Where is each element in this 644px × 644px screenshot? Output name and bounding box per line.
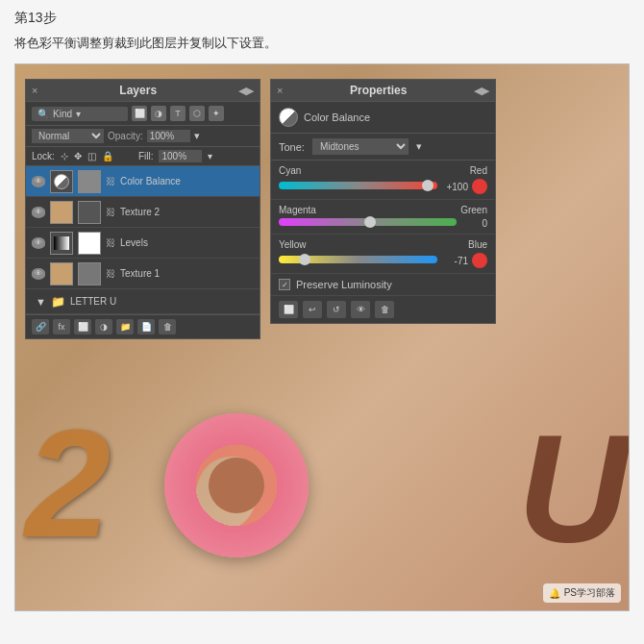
properties-bottom-toolbar: ⬜ ↩ ↺ 👁 🗑 bbox=[271, 296, 495, 323]
new-layer-button[interactable]: 📄 bbox=[137, 319, 155, 334]
cyan-red-thumb[interactable] bbox=[422, 180, 433, 191]
undo-button[interactable]: ↩ bbox=[303, 301, 322, 318]
layers-panel: × Layers ◀▶ 🔍 Kind ▾ ⬜ ◑ T ⬡ ✦ N bbox=[25, 79, 260, 339]
properties-arrows[interactable]: ◀▶ bbox=[474, 85, 489, 97]
layer-texture-1[interactable]: 👁 ⛓ Texture 1 bbox=[26, 259, 260, 289]
reset-button[interactable]: ↺ bbox=[327, 301, 346, 318]
link-layers-button[interactable]: 🔗 bbox=[32, 319, 49, 334]
preserve-luminosity-row: ✓ Preserve Luminosity bbox=[271, 274, 495, 296]
delete-prop-button[interactable]: 🗑 bbox=[375, 301, 394, 318]
cyan-red-slider-row: Cyan Red +100 bbox=[271, 161, 495, 200]
color-balance-section-title: Color Balance bbox=[304, 111, 370, 123]
tone-chevron: ▾ bbox=[416, 140, 422, 153]
color-balance-icon bbox=[279, 108, 298, 127]
layer-group-letter-u[interactable]: ▼ 📁 LETTER U bbox=[26, 289, 260, 314]
cyan-red-track[interactable] bbox=[279, 182, 437, 189]
lock-label: Lock: bbox=[32, 151, 55, 161]
new-adjustment-button[interactable]: ◑ bbox=[95, 319, 112, 334]
thumb-texture-1 bbox=[50, 262, 73, 285]
magenta-green-labels: Magenta Green bbox=[279, 205, 487, 215]
watermark-icon: 🔔 bbox=[549, 588, 560, 599]
visibility-icon-4[interactable]: 👁 bbox=[32, 268, 45, 280]
magenta-green-track[interactable] bbox=[279, 218, 457, 226]
yellow-blue-labels: Yellow Blue bbox=[279, 239, 487, 250]
chain-icon-2: ⛓ bbox=[106, 207, 115, 217]
new-group-button[interactable]: 📁 bbox=[116, 319, 134, 334]
yellow-blue-track[interactable] bbox=[279, 256, 437, 263]
cyan-red-labels: Cyan Red bbox=[279, 165, 487, 176]
layer-name-levels: Levels bbox=[120, 237, 254, 248]
expand-icon[interactable]: ▼ bbox=[36, 296, 46, 308]
visibility-icon-1[interactable]: 👁 bbox=[32, 176, 45, 187]
mask-texture-2 bbox=[78, 201, 101, 224]
lock-row: Lock: ⊹ ✥ ◫ 🔒 Fill: ▾ bbox=[26, 147, 260, 166]
yellow-blue-slider-inner: -71 bbox=[279, 253, 487, 268]
fill-label: Fill: bbox=[138, 151, 154, 161]
image-filter-icon[interactable]: ⬜ bbox=[132, 106, 147, 121]
blend-mode-select[interactable]: Normal Multiply Screen bbox=[32, 129, 104, 143]
magenta-green-slider-row: Magenta Green 0 bbox=[271, 200, 495, 235]
kind-filter[interactable]: 🔍 Kind ▾ bbox=[32, 107, 128, 121]
panel-arrows[interactable]: ◀▶ bbox=[238, 85, 254, 97]
cyan-red-slider-inner: +100 bbox=[279, 179, 487, 194]
visibility-prop-button[interactable]: 👁 bbox=[351, 301, 370, 318]
layer-filter-toolbar: 🔍 Kind ▾ ⬜ ◑ T ⬡ ✦ bbox=[26, 102, 260, 126]
layer-levels[interactable]: 👁 ⛓ Levels bbox=[26, 228, 260, 259]
magenta-green-thumb[interactable] bbox=[364, 216, 376, 228]
mask-levels bbox=[78, 232, 101, 255]
layer-effects-button[interactable]: fx bbox=[53, 319, 70, 334]
visibility-icon-2[interactable]: 👁 bbox=[32, 207, 45, 218]
page-container: 第13步 将色彩平衡调整剪裁到此图层并复制以下设置。 2 O U × Layer… bbox=[0, 0, 644, 644]
mask-color-balance bbox=[78, 170, 101, 193]
letter-u: U bbox=[517, 400, 624, 577]
fill-input[interactable] bbox=[159, 150, 202, 162]
layers-panel-title: Layers bbox=[119, 84, 157, 97]
yellow-blue-thumb[interactable] bbox=[299, 254, 310, 265]
lock-all-icon[interactable]: 🔒 bbox=[102, 151, 113, 161]
smart-filter-icon[interactable]: ✦ bbox=[209, 106, 224, 121]
lock-position-icon[interactable]: ⊹ bbox=[61, 151, 68, 161]
preserve-label: Preserve Luminosity bbox=[296, 279, 392, 290]
delete-layer-button[interactable]: 🗑 bbox=[159, 319, 176, 334]
adjustment-filter-icon[interactable]: ◑ bbox=[151, 106, 166, 121]
layer-name-texture-1: Texture 1 bbox=[120, 268, 254, 279]
mask-button[interactable]: ⬜ bbox=[74, 319, 91, 334]
watermark: 🔔 PS学习部落 bbox=[543, 583, 621, 603]
tone-row: Tone: Midtones Shadows Highlights ▾ bbox=[271, 134, 495, 161]
chevron-icon: ▾ bbox=[76, 109, 81, 119]
yellow-blue-slider-row: Yellow Blue -71 bbox=[271, 235, 495, 274]
shape-filter-icon[interactable]: ⬡ bbox=[189, 106, 205, 121]
donut-hole bbox=[209, 458, 264, 513]
opacity-row: Opacity: ▾ bbox=[108, 130, 200, 142]
properties-close[interactable]: × bbox=[277, 85, 283, 96]
mask-texture-1 bbox=[78, 262, 101, 285]
thumb-levels bbox=[50, 232, 73, 255]
letter-2: 2 bbox=[25, 395, 106, 572]
layer-color-balance[interactable]: 👁 ⛓ Color Balance bbox=[26, 166, 260, 197]
visibility-icon-3[interactable]: 👁 bbox=[32, 237, 45, 249]
clip-to-layer-button[interactable]: ⬜ bbox=[279, 301, 298, 318]
chain-icon-3: ⛓ bbox=[106, 237, 115, 248]
step-label: 第13步 bbox=[14, 10, 630, 27]
preserve-checkbox[interactable]: ✓ bbox=[279, 279, 290, 290]
magenta-label: Magenta bbox=[279, 205, 316, 215]
opacity-chevron: ▾ bbox=[194, 130, 200, 142]
cyan-label: Cyan bbox=[279, 165, 301, 176]
yellow-label: Yellow bbox=[279, 239, 307, 250]
tone-select[interactable]: Midtones Shadows Highlights bbox=[312, 138, 409, 155]
lock-artboard-icon[interactable]: ◫ bbox=[87, 151, 96, 161]
donut bbox=[164, 413, 309, 557]
kind-label: Kind bbox=[53, 109, 72, 119]
text-filter-icon[interactable]: T bbox=[170, 106, 186, 121]
group-name: LETTER U bbox=[70, 296, 254, 307]
yellow-blue-dot bbox=[472, 253, 487, 268]
cyan-red-value: +100 bbox=[441, 182, 468, 192]
blue-label: Blue bbox=[468, 239, 487, 250]
opacity-input[interactable] bbox=[147, 130, 190, 142]
blend-mode-row: Normal Multiply Screen Opacity: ▾ bbox=[26, 126, 260, 147]
tone-label: Tone: bbox=[279, 141, 305, 153]
layer-texture-2[interactable]: 👁 ⛓ Texture 2 bbox=[26, 197, 260, 228]
panel-close[interactable]: × bbox=[32, 85, 37, 96]
lock-move-icon[interactable]: ✥ bbox=[74, 151, 82, 161]
yellow-blue-value: -71 bbox=[441, 256, 468, 266]
